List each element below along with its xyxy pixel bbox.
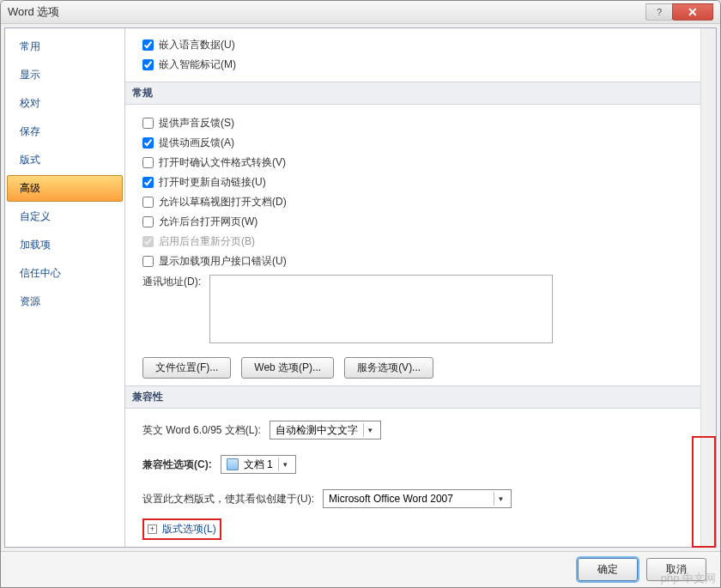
address-row: 通讯地址(D): [142, 271, 687, 347]
section-compat-header: 兼容性 [125, 385, 700, 409]
sidebar-item-common[interactable]: 常用 [7, 33, 123, 60]
english-word-select[interactable]: 自动检测中文文字 ▼ [270, 421, 381, 439]
check-embed-lang: 嵌入语言数据(U) [142, 35, 687, 55]
dialog-footer: 确定 取消 php 中文网 [1, 551, 720, 587]
sidebar-item-resources[interactable]: 资源 [7, 288, 123, 315]
compat-options-select[interactable]: 文档 1 ▼ [221, 455, 296, 474]
confirm-conv-label: 打开时确认文件格式转换(V) [159, 155, 286, 170]
sidebar-item-layout[interactable]: 版式 [7, 147, 123, 173]
check-draft-open: 允许以草稿视图打开文档(D) [142, 192, 687, 212]
embed-lang-checkbox[interactable] [142, 39, 154, 51]
address-input[interactable] [209, 275, 553, 343]
address-label: 通讯地址(D): [142, 275, 201, 289]
update-links-checkbox[interactable] [142, 177, 154, 188]
check-confirm-conv: 打开时确认文件格式转换(V) [142, 153, 687, 173]
layout-options-expander[interactable]: + 版式选项(L) [142, 518, 221, 540]
addin-err-label: 显示加载项用户接口错误(U) [159, 254, 287, 269]
web-options-button[interactable]: Web 选项(P)... [241, 357, 334, 379]
options-dialog: Word 选项 ? ✕ 常用 显示 校对 保存 版式 高级 自定义 加载项 信任… [0, 0, 721, 588]
close-button[interactable]: ✕ [672, 3, 713, 21]
cancel-button[interactable]: 取消 [646, 558, 706, 581]
sound-label: 提供声音反馈(S) [159, 116, 234, 130]
file-locations-button[interactable]: 文件位置(F)... [142, 357, 231, 379]
sidebar-item-advanced[interactable]: 高级 [7, 175, 123, 202]
english-word-label: 英文 Word 6.0/95 文档(L): [142, 423, 261, 438]
embed-smarttag-label: 嵌入智能标记(M) [159, 58, 236, 72]
general-buttons: 文件位置(F)... Web 选项(P)... 服务选项(V)... [142, 357, 687, 379]
help-button[interactable]: ? [645, 3, 673, 21]
addin-err-checkbox[interactable] [142, 256, 154, 267]
embed-smarttag-checkbox[interactable] [142, 59, 154, 70]
chevron-down-icon: ▼ [363, 423, 377, 437]
draft-open-label: 允许以草稿视图打开文档(D) [159, 195, 287, 209]
sidebar-item-proofing[interactable]: 校对 [7, 90, 123, 117]
bg-web-label: 允许后台打开网页(W) [159, 215, 258, 229]
check-sound: 提供声音反馈(S) [142, 113, 687, 133]
anim-checkbox[interactable] [142, 137, 154, 149]
layoutfor-select[interactable]: Microsoft Office Word 2007 ▼ [323, 489, 512, 508]
update-links-label: 打开时更新自动链接(U) [159, 175, 266, 190]
english-word-value: 自动检测中文文字 [276, 423, 358, 438]
bg-web-checkbox[interactable] [142, 216, 154, 227]
check-bg-repag: 启用后台重新分页(B) [142, 232, 687, 252]
bg-repag-label: 启用后台重新分页(B) [159, 234, 255, 249]
chevron-down-icon: ▼ [278, 458, 292, 471]
compat-options-label: 兼容性选项(C): [142, 458, 212, 472]
chevron-down-icon: ▼ [494, 492, 507, 506]
content-area: 嵌入语言数据(U) 嵌入智能标记(M) 常规 提供声音反馈(S) 提供动画反馈(… [125, 28, 716, 547]
sound-checkbox[interactable] [142, 118, 154, 129]
check-anim: 提供动画反馈(A) [142, 133, 687, 153]
anim-label: 提供动画反馈(A) [159, 136, 234, 150]
window-title: Word 选项 [8, 4, 646, 20]
layoutfor-label: 设置此文档版式，使其看似创建于(U): [142, 492, 314, 506]
sidebar-item-save[interactable]: 保存 [7, 118, 123, 145]
bg-repag-checkbox [142, 236, 154, 247]
plus-icon: + [148, 524, 157, 534]
check-bg-web: 允许后台打开网页(W) [142, 212, 687, 232]
sidebar-item-addins[interactable]: 加载项 [7, 232, 123, 258]
document-icon [227, 458, 239, 470]
vertical-scrollbar[interactable] [700, 28, 716, 547]
check-update-links: 打开时更新自动链接(U) [142, 173, 687, 192]
content-scroll[interactable]: 嵌入语言数据(U) 嵌入智能标记(M) 常规 提供声音反馈(S) 提供动画反馈(… [125, 28, 700, 547]
english-word-row: 英文 Word 6.0/95 文档(L): 自动检测中文文字 ▼ [142, 417, 687, 443]
sidebar: 常用 显示 校对 保存 版式 高级 自定义 加载项 信任中心 资源 [5, 28, 125, 547]
draft-open-checkbox[interactable] [142, 197, 154, 208]
confirm-conv-checkbox[interactable] [142, 157, 154, 168]
embed-lang-label: 嵌入语言数据(U) [159, 38, 235, 52]
compat-options-value: 文档 1 [244, 458, 273, 472]
sidebar-item-customize[interactable]: 自定义 [7, 203, 123, 230]
ok-button[interactable]: 确定 [578, 558, 638, 581]
layoutfor-value: Microsoft Office Word 2007 [329, 493, 453, 505]
check-embed-smarttag: 嵌入智能标记(M) [142, 55, 687, 75]
layoutfor-row: 设置此文档版式，使其看似创建于(U): Microsoft Office Wor… [142, 486, 687, 512]
sidebar-item-trust[interactable]: 信任中心 [7, 260, 123, 287]
check-addin-err: 显示加载项用户接口错误(U) [142, 252, 687, 271]
titlebar: Word 选项 ? ✕ [1, 1, 720, 24]
sidebar-item-display[interactable]: 显示 [7, 62, 123, 88]
dialog-body: 常用 显示 校对 保存 版式 高级 自定义 加载项 信任中心 资源 嵌入语言数据… [4, 27, 717, 548]
service-options-button[interactable]: 服务选项(V)... [344, 357, 433, 379]
layout-options-label: 版式选项(L) [162, 522, 216, 536]
section-general-header: 常规 [125, 82, 700, 105]
compat-options-row: 兼容性选项(C): 文档 1 ▼ [142, 452, 687, 477]
